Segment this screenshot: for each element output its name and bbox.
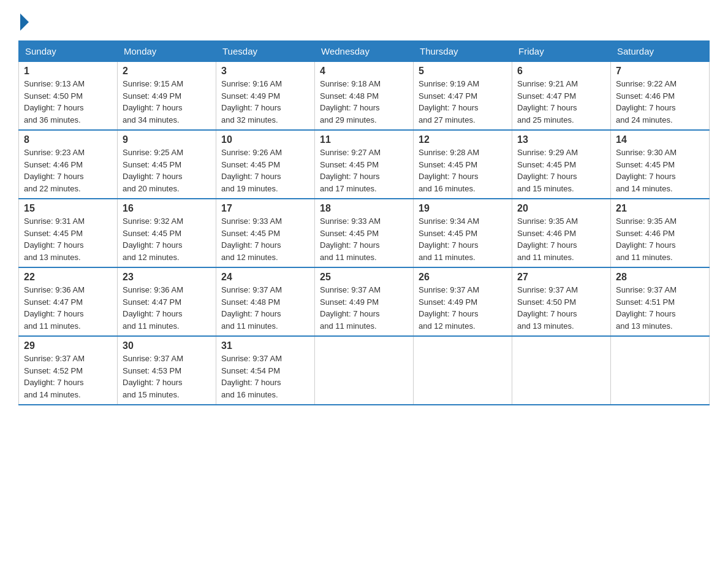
day-cell-31: 31 Sunrise: 9:37 AM Sunset: 4:54 PM Dayl…: [216, 336, 315, 405]
day-number: 31: [221, 340, 309, 351]
day-info: Sunrise: 9:37 AM Sunset: 4:54 PM Dayligh…: [221, 353, 309, 400]
day-cell-24: 24 Sunrise: 9:37 AM Sunset: 4:48 PM Dayl…: [216, 267, 315, 336]
day-cell-16: 16 Sunrise: 9:32 AM Sunset: 4:45 PM Dayl…: [118, 199, 216, 267]
day-info: Sunrise: 9:37 AM Sunset: 4:49 PM Dayligh…: [419, 284, 507, 332]
day-info: Sunrise: 9:13 AM Sunset: 4:50 PM Dayligh…: [24, 78, 112, 126]
day-cell-17: 17 Sunrise: 9:33 AM Sunset: 4:45 PM Dayl…: [216, 199, 315, 267]
day-info: Sunrise: 9:37 AM Sunset: 4:50 PM Dayligh…: [517, 284, 605, 332]
day-cell-1: 1 Sunrise: 9:13 AM Sunset: 4:50 PM Dayli…: [19, 62, 118, 131]
day-info: Sunrise: 9:32 AM Sunset: 4:45 PM Dayligh…: [123, 215, 211, 263]
day-number: 4: [320, 66, 408, 77]
day-cell-19: 19 Sunrise: 9:34 AM Sunset: 4:45 PM Dayl…: [414, 199, 512, 267]
day-number: 16: [123, 203, 211, 214]
day-number: 28: [616, 272, 704, 283]
week-row-4: 22 Sunrise: 9:36 AM Sunset: 4:47 PM Dayl…: [19, 267, 710, 336]
day-cell-3: 3 Sunrise: 9:16 AM Sunset: 4:49 PM Dayli…: [216, 62, 315, 131]
day-cell-23: 23 Sunrise: 9:36 AM Sunset: 4:47 PM Dayl…: [118, 267, 216, 336]
day-cell-10: 10 Sunrise: 9:26 AM Sunset: 4:45 PM Dayl…: [216, 130, 315, 199]
logo-triangle-icon: [20, 13, 29, 31]
empty-cell: [512, 336, 611, 405]
day-info: Sunrise: 9:36 AM Sunset: 4:47 PM Dayligh…: [123, 284, 211, 332]
day-info: Sunrise: 9:37 AM Sunset: 4:51 PM Dayligh…: [616, 284, 704, 332]
day-info: Sunrise: 9:18 AM Sunset: 4:48 PM Dayligh…: [320, 78, 408, 126]
day-number: 20: [517, 203, 605, 214]
day-cell-13: 13 Sunrise: 9:29 AM Sunset: 4:45 PM Dayl…: [512, 130, 611, 199]
day-info: Sunrise: 9:27 AM Sunset: 4:45 PM Dayligh…: [320, 147, 408, 194]
week-row-2: 8 Sunrise: 9:23 AM Sunset: 4:46 PM Dayli…: [19, 130, 710, 199]
day-info: Sunrise: 9:19 AM Sunset: 4:47 PM Dayligh…: [419, 78, 507, 126]
day-info: Sunrise: 9:15 AM Sunset: 4:49 PM Dayligh…: [123, 78, 211, 126]
day-number: 6: [517, 66, 605, 77]
day-info: Sunrise: 9:34 AM Sunset: 4:45 PM Dayligh…: [419, 215, 507, 263]
day-cell-5: 5 Sunrise: 9:19 AM Sunset: 4:47 PM Dayli…: [414, 62, 512, 131]
day-number: 25: [320, 272, 408, 283]
day-info: Sunrise: 9:37 AM Sunset: 4:49 PM Dayligh…: [320, 284, 408, 332]
day-cell-9: 9 Sunrise: 9:25 AM Sunset: 4:45 PM Dayli…: [118, 130, 216, 199]
page-header: [18, 12, 710, 28]
day-cell-25: 25 Sunrise: 9:37 AM Sunset: 4:49 PM Dayl…: [315, 267, 414, 336]
column-header-thursday: Thursday: [414, 41, 512, 62]
day-cell-26: 26 Sunrise: 9:37 AM Sunset: 4:49 PM Dayl…: [414, 267, 512, 336]
day-info: Sunrise: 9:36 AM Sunset: 4:47 PM Dayligh…: [24, 284, 112, 332]
column-header-tuesday: Tuesday: [216, 41, 315, 62]
day-cell-2: 2 Sunrise: 9:15 AM Sunset: 4:49 PM Dayli…: [118, 62, 216, 131]
week-row-5: 29 Sunrise: 9:37 AM Sunset: 4:52 PM Dayl…: [19, 336, 710, 405]
column-header-sunday: Sunday: [19, 41, 118, 62]
day-cell-14: 14 Sunrise: 9:30 AM Sunset: 4:45 PM Dayl…: [611, 130, 710, 199]
day-number: 14: [616, 134, 704, 145]
empty-cell: [611, 336, 710, 405]
day-number: 27: [517, 272, 605, 283]
column-header-monday: Monday: [118, 41, 216, 62]
empty-cell: [414, 336, 512, 405]
day-info: Sunrise: 9:31 AM Sunset: 4:45 PM Dayligh…: [24, 215, 112, 263]
day-cell-20: 20 Sunrise: 9:35 AM Sunset: 4:46 PM Dayl…: [512, 199, 611, 267]
day-cell-11: 11 Sunrise: 9:27 AM Sunset: 4:45 PM Dayl…: [315, 130, 414, 199]
day-cell-6: 6 Sunrise: 9:21 AM Sunset: 4:47 PM Dayli…: [512, 62, 611, 131]
day-number: 10: [221, 134, 309, 145]
day-number: 24: [221, 272, 309, 283]
day-cell-4: 4 Sunrise: 9:18 AM Sunset: 4:48 PM Dayli…: [315, 62, 414, 131]
day-number: 12: [419, 134, 507, 145]
column-header-wednesday: Wednesday: [315, 41, 414, 62]
day-number: 23: [123, 272, 211, 283]
header-row: SundayMondayTuesdayWednesdayThursdayFrid…: [19, 41, 710, 62]
day-number: 18: [320, 203, 408, 214]
day-cell-28: 28 Sunrise: 9:37 AM Sunset: 4:51 PM Dayl…: [611, 267, 710, 336]
day-info: Sunrise: 9:23 AM Sunset: 4:46 PM Dayligh…: [24, 147, 112, 194]
calendar-table: SundayMondayTuesdayWednesdayThursdayFrid…: [18, 40, 710, 405]
day-info: Sunrise: 9:16 AM Sunset: 4:49 PM Dayligh…: [221, 78, 309, 126]
column-header-friday: Friday: [512, 41, 611, 62]
day-info: Sunrise: 9:25 AM Sunset: 4:45 PM Dayligh…: [123, 147, 211, 194]
day-cell-12: 12 Sunrise: 9:28 AM Sunset: 4:45 PM Dayl…: [414, 130, 512, 199]
day-number: 15: [24, 203, 112, 214]
day-info: Sunrise: 9:37 AM Sunset: 4:53 PM Dayligh…: [123, 353, 211, 400]
day-info: Sunrise: 9:37 AM Sunset: 4:52 PM Dayligh…: [24, 353, 112, 400]
day-info: Sunrise: 9:21 AM Sunset: 4:47 PM Dayligh…: [517, 78, 605, 126]
day-info: Sunrise: 9:35 AM Sunset: 4:46 PM Dayligh…: [517, 215, 605, 263]
day-number: 19: [419, 203, 507, 214]
day-cell-22: 22 Sunrise: 9:36 AM Sunset: 4:47 PM Dayl…: [19, 267, 118, 336]
column-header-saturday: Saturday: [611, 41, 710, 62]
day-info: Sunrise: 9:33 AM Sunset: 4:45 PM Dayligh…: [221, 215, 309, 263]
day-cell-30: 30 Sunrise: 9:37 AM Sunset: 4:53 PM Dayl…: [118, 336, 216, 405]
day-number: 30: [123, 340, 211, 351]
day-info: Sunrise: 9:35 AM Sunset: 4:46 PM Dayligh…: [616, 215, 704, 263]
week-row-1: 1 Sunrise: 9:13 AM Sunset: 4:50 PM Dayli…: [19, 62, 710, 131]
day-cell-8: 8 Sunrise: 9:23 AM Sunset: 4:46 PM Dayli…: [19, 130, 118, 199]
day-cell-29: 29 Sunrise: 9:37 AM Sunset: 4:52 PM Dayl…: [19, 336, 118, 405]
day-number: 2: [123, 66, 211, 77]
day-number: 29: [24, 340, 112, 351]
day-cell-27: 27 Sunrise: 9:37 AM Sunset: 4:50 PM Dayl…: [512, 267, 611, 336]
day-number: 7: [616, 66, 704, 77]
day-info: Sunrise: 9:26 AM Sunset: 4:45 PM Dayligh…: [221, 147, 309, 194]
day-number: 17: [221, 203, 309, 214]
logo: [18, 12, 29, 28]
week-row-3: 15 Sunrise: 9:31 AM Sunset: 4:45 PM Dayl…: [19, 199, 710, 267]
day-number: 5: [419, 66, 507, 77]
day-info: Sunrise: 9:28 AM Sunset: 4:45 PM Dayligh…: [419, 147, 507, 194]
day-number: 21: [616, 203, 704, 214]
day-info: Sunrise: 9:30 AM Sunset: 4:45 PM Dayligh…: [616, 147, 704, 194]
day-number: 11: [320, 134, 408, 145]
day-cell-18: 18 Sunrise: 9:33 AM Sunset: 4:45 PM Dayl…: [315, 199, 414, 267]
day-number: 22: [24, 272, 112, 283]
